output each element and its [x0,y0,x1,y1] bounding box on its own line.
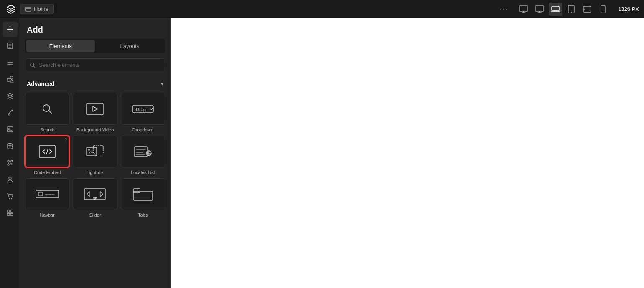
svg-point-16 [8,128,10,129]
element-background-video[interactable]: Background Video [73,93,117,132]
sidebar-database[interactable] [3,139,18,154]
svg-rect-47 [133,191,153,200]
svg-marker-31 [93,106,98,111]
dropdown-label: Dropdown [132,127,153,132]
device-switcher [517,3,610,16]
sidebar-add[interactable] [3,22,18,37]
svg-point-12 [10,76,13,79]
dropdown-icon: Drop [121,93,165,125]
svg-point-45 [94,198,96,200]
help-icon: ? [64,137,67,142]
svg-marker-13 [10,79,13,82]
desktop-large-icon[interactable] [517,3,530,16]
svg-rect-27 [10,213,13,216]
add-panel-title: Add [20,18,170,39]
svg-point-37 [88,149,90,151]
advanced-section-header[interactable]: Advanced ▾ [20,76,170,91]
chevron-down-icon: ▾ [161,81,163,87]
sidebar-integrations[interactable] [3,155,18,170]
svg-point-20 [8,164,9,165]
svg-rect-30 [87,103,103,115]
sidebar-user[interactable] [3,172,18,187]
svg-point-5 [571,12,572,13]
sidebar-paint[interactable] [3,105,18,120]
sidebar-cart[interactable] [3,189,18,204]
navbar-icon [25,178,69,210]
sidebar-shapes[interactable] [3,72,18,87]
svg-rect-43 [84,189,105,200]
svg-point-23 [11,198,12,199]
svg-rect-2 [535,6,544,11]
element-lightbox[interactable]: Lightbox [73,136,117,175]
svg-point-19 [11,160,13,162]
advanced-section-title: Advanced [27,81,55,87]
laptop-icon[interactable] [549,3,562,16]
sidebar-image[interactable] [3,122,18,137]
lightbox-label: Lightbox [87,170,104,175]
svg-point-9 [603,12,603,13]
sidebar-components[interactable] [3,205,18,220]
add-panel: Add Elements Layouts Advanced ▾ [20,18,171,288]
element-code-embed[interactable]: ? Code Embed [25,136,69,175]
svg-rect-25 [10,210,13,212]
landscape-icon[interactable] [580,3,594,16]
svg-rect-1 [519,6,528,11]
search-input[interactable] [39,62,160,68]
slider-label: Slider [89,212,101,217]
icon-sidebar [0,18,20,288]
canvas-area [171,18,644,288]
svg-rect-36 [93,146,103,154]
code-embed-icon [25,136,69,167]
sidebar-menu[interactable] [3,55,18,70]
svg-text:Drop: Drop [136,107,146,112]
tab-row: Elements Layouts [25,39,165,53]
sidebar-layers[interactable] [3,88,18,104]
logo [5,3,17,15]
search-wrap [25,58,165,71]
svg-rect-3 [552,6,559,11]
element-locales-list[interactable]: Locales List [121,136,165,175]
tab-elements[interactable]: Elements [26,40,95,52]
svg-point-44 [93,197,95,199]
svg-point-21 [9,177,11,179]
svg-rect-11 [7,78,10,81]
desktop-icon[interactable] [533,3,546,16]
tab-layouts[interactable]: Layouts [96,40,164,52]
home-label: Home [34,6,48,12]
background-video-label: Background Video [76,127,114,132]
search-element-label: Search [40,127,55,132]
lightbox-icon [73,136,117,167]
svg-point-28 [31,63,34,66]
element-navbar[interactable]: Navbar [25,178,69,217]
svg-point-7 [584,9,585,10]
code-embed-label: Code Embed [34,170,61,175]
element-dropdown[interactable]: Drop Dropdown [121,93,165,132]
svg-point-22 [9,198,10,199]
more-options[interactable]: ··· [500,5,509,13]
slider-icon [73,178,117,210]
svg-rect-26 [7,213,10,216]
svg-rect-24 [7,210,10,212]
elements-grid: Search Background Video Drop [20,91,170,224]
search-element-icon [25,93,69,125]
sidebar-pages[interactable] [3,38,18,53]
locales-list-icon [121,136,165,167]
tabs-label: Tabs [138,212,148,217]
element-slider[interactable]: Slider [73,178,117,217]
svg-rect-0 [26,7,31,11]
tabs-icon [121,178,165,210]
element-search[interactable]: Search [25,93,69,132]
svg-point-17 [8,144,13,146]
svg-rect-42 [38,192,43,196]
viewport-px: 1326 PX [618,6,639,12]
search-icon [30,62,36,68]
mobile-icon[interactable] [596,3,610,16]
svg-point-46 [95,197,97,199]
locales-list-label: Locales List [131,170,155,175]
tablet-icon[interactable] [565,3,578,16]
home-button[interactable]: Home [20,4,54,14]
navbar-label: Navbar [40,212,54,217]
search-row [25,58,165,71]
element-tabs[interactable]: Tabs [121,178,165,217]
background-video-icon [73,93,117,125]
